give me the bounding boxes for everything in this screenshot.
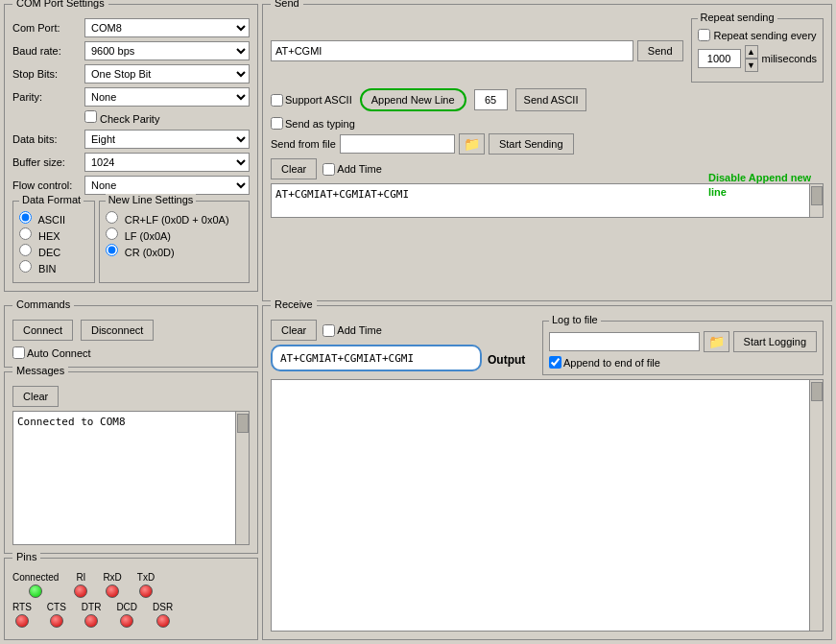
output-annotation: Output — [488, 353, 525, 367]
pin-connected: Connected — [12, 572, 59, 598]
log-file-input[interactable] — [549, 332, 700, 351]
repeat-title: Repeat sending — [698, 12, 777, 23]
messages-panel: Messages Clear Connected to COM8 — [4, 371, 258, 554]
new-line-title: New Line Settings — [106, 194, 197, 205]
data-bits-label: Data bits: — [12, 133, 84, 145]
browse-button[interactable]: 📁 — [459, 133, 485, 155]
char-count-input[interactable] — [474, 89, 508, 110]
send-scrollbar-thumb — [811, 186, 823, 205]
receive-text-area[interactable] — [271, 379, 810, 632]
repeat-sending-panel: Repeat sending Repeat sending every ▲ ▼ … — [691, 18, 824, 83]
receive-clear-button[interactable]: Clear — [271, 320, 317, 341]
receive-scrollbar-thumb — [811, 382, 823, 401]
data-bits-select[interactable]: Eight — [84, 130, 250, 149]
send-as-typing-checkbox[interactable] — [271, 117, 283, 130]
receive-title: Receive — [271, 298, 317, 310]
log-title: Log to file — [549, 314, 601, 325]
pin-dtr: DTR — [82, 602, 102, 628]
led-cts — [50, 614, 63, 628]
check-parity-checkbox[interactable]: Check Parity — [84, 113, 159, 125]
com-port-label: Com Port: — [12, 22, 84, 34]
send-button[interactable]: Send — [637, 40, 683, 61]
repeat-checkbox[interactable] — [698, 29, 710, 41]
commands-panel: Commands Connect Disconnect Auto Connect — [4, 305, 258, 368]
com-port-title: COM Port Settings — [12, 0, 108, 9]
messages-text-area[interactable]: Connected to COM8 — [12, 411, 236, 545]
connect-button[interactable]: Connect — [12, 320, 73, 341]
receive-panel: Receive Clear Add Time AT+CGMIAT+CGMIAT+… — [262, 305, 832, 640]
spinner-up[interactable]: ▲ — [745, 45, 758, 59]
pin-rxd: RxD — [103, 572, 121, 598]
pin-cts: CTS — [47, 602, 66, 628]
ms-label: miliseconds — [762, 53, 817, 64]
receive-output-display: AT+CGMIAT+CGMIAT+CGMI — [271, 345, 482, 371]
log-to-file-panel: Log to file 📁 Start Logging Append to en… — [542, 321, 824, 375]
messages-scrollbar[interactable] — [236, 411, 250, 545]
pin-dsr: DSR — [153, 602, 173, 628]
pin-txd: TxD — [137, 572, 155, 598]
auto-connect-checkbox[interactable] — [12, 346, 25, 359]
add-time-checkbox[interactable] — [322, 163, 335, 176]
send-clear-button[interactable]: Clear — [271, 158, 317, 179]
data-format-panel: Data Format ASCII HEX DEC BIN — [12, 201, 95, 283]
buffer-size-select[interactable]: 1024 — [84, 153, 250, 172]
file-input[interactable] — [340, 134, 455, 154]
receive-add-time-label: Add Time — [337, 324, 381, 336]
baud-rate-label: Baud rate: — [12, 45, 84, 57]
stop-bits-select[interactable]: One Stop Bit — [84, 64, 250, 83]
led-connected — [29, 584, 42, 598]
led-rts — [15, 614, 29, 628]
led-dsr — [156, 614, 170, 628]
send-text-area[interactable]: AT+CGMIAT+CGMIAT+CGMI — [271, 183, 810, 218]
add-time-label: Add Time — [337, 163, 381, 175]
send-as-typing-label: Send as typing — [285, 118, 355, 130]
support-ascii-label: Support ASCII — [285, 94, 352, 106]
pin-rts: RTS — [12, 602, 32, 628]
start-sending-button[interactable]: Start Sending — [489, 133, 574, 155]
baud-rate-select[interactable]: 9600 bps — [84, 41, 250, 60]
send-input[interactable] — [271, 40, 633, 61]
append-to-end-checkbox[interactable] — [549, 356, 561, 369]
send-title: Send — [271, 0, 303, 9]
commands-title: Commands — [12, 298, 74, 310]
support-ascii-checkbox[interactable] — [271, 94, 283, 107]
buffer-size-label: Buffer size: — [12, 156, 84, 168]
receive-add-time-checkbox[interactable] — [322, 324, 335, 337]
led-txd — [139, 584, 153, 598]
messages-clear-button[interactable]: Clear — [12, 386, 59, 407]
send-scrollbar[interactable] — [810, 183, 824, 218]
receive-scrollbar[interactable] — [810, 379, 824, 632]
auto-connect-label: Auto Connect — [27, 347, 91, 359]
pin-ri: RI — [74, 572, 87, 598]
ms-input[interactable] — [698, 49, 741, 68]
flow-control-label: Flow control: — [12, 179, 84, 191]
led-dtr — [84, 614, 98, 628]
com-port-select[interactable]: COM8 — [84, 18, 250, 37]
led-rxd — [106, 584, 119, 598]
send-from-file-label: Send from file — [271, 138, 336, 150]
data-format-title: Data Format — [19, 194, 84, 205]
append-new-line-button[interactable]: Append New Line — [360, 88, 466, 111]
pins-panel: Pins Connected RI RxD TxD — [4, 558, 258, 640]
parity-select[interactable]: None — [84, 87, 250, 107]
ms-spinner[interactable]: ▲ ▼ — [745, 45, 758, 72]
send-ascii-button[interactable]: Send ASCII — [515, 88, 587, 111]
pin-dcd: DCD — [116, 602, 137, 628]
disconnect-button[interactable]: Disconnect — [81, 320, 154, 341]
led-dcd — [120, 614, 133, 628]
append-to-end-label: Append to end of file — [563, 357, 660, 369]
log-browse-button[interactable]: 📁 — [704, 331, 729, 352]
send-panel: Send Send Repeat sending Repeat sending … — [262, 4, 832, 301]
start-logging-button[interactable]: Start Logging — [733, 331, 817, 352]
messages-scrollbar-thumb — [237, 414, 249, 433]
new-line-settings-panel: New Line Settings CR+LF (0x0D + 0x0A) LF… — [99, 201, 250, 283]
pins-title: Pins — [12, 551, 40, 562]
led-ri — [74, 584, 87, 598]
com-port-panel: COM Port Settings Com Port: COM8 Baud ra… — [4, 4, 258, 292]
parity-label: Parity: — [12, 91, 84, 103]
spinner-down[interactable]: ▼ — [745, 59, 758, 72]
flow-control-select[interactable]: None — [84, 176, 250, 195]
repeat-label: Repeat sending every — [714, 30, 817, 41]
messages-title: Messages — [12, 365, 68, 376]
stop-bits-label: Stop Bits: — [12, 68, 84, 80]
